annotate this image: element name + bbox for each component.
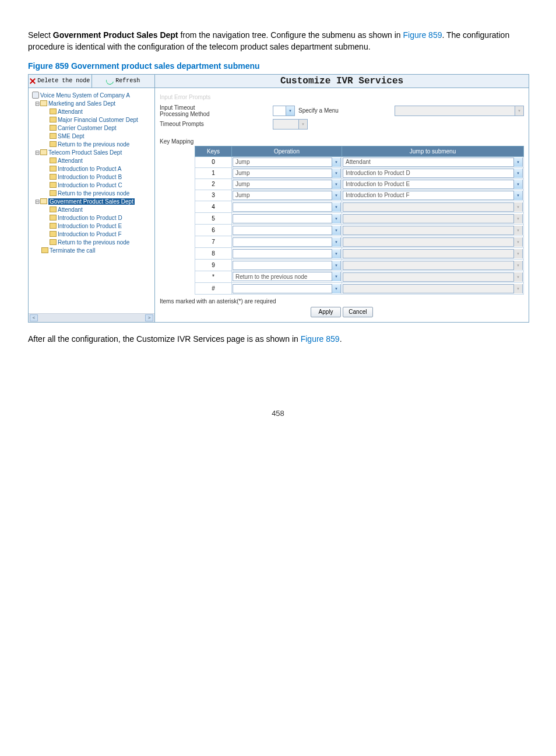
tree-node[interactable]: Attendant — [32, 108, 153, 116]
timeout-prompts-select[interactable]: ▼ — [273, 119, 308, 130]
folder-icon — [50, 182, 57, 188]
tree-node[interactable]: Introduction to Product C — [32, 181, 153, 190]
operation-cell: ▼ — [232, 212, 342, 224]
key-cell: 1 — [195, 167, 232, 178]
intro-figure-link[interactable]: Figure 859 — [403, 30, 442, 40]
apply-button[interactable]: Apply — [311, 307, 341, 317]
chevron-down-icon: ▼ — [513, 237, 522, 247]
toolbar-left: Delete the node Refresh — [29, 75, 155, 88]
operation-cell: Jump▼ — [232, 167, 342, 178]
cancel-button[interactable]: Cancel — [343, 307, 373, 317]
chevron-down-icon: ▼ — [513, 272, 522, 282]
tree-node[interactable]: Introduction to Product D — [32, 214, 153, 222]
operation-select[interactable]: Jump▼ — [233, 169, 341, 178]
folder-open-icon — [40, 198, 47, 204]
chevron-down-icon: ▼ — [513, 284, 522, 293]
jump-cell: Introduction to Product D▼ — [342, 167, 524, 178]
nav-tree[interactable]: Voice Menu System of Company A ⊟Marketin… — [29, 88, 154, 313]
jump-select: ▼ — [343, 214, 523, 223]
tree-node-marketing[interactable]: ⊟Marketing and Sales Dept — [32, 100, 153, 108]
outro-paragraph: After all the configuration, the Customi… — [28, 333, 528, 345]
collapse-icon[interactable]: ⊟ — [34, 198, 40, 206]
operation-select[interactable]: ▼ — [233, 249, 341, 258]
operation-select[interactable]: Jump▼ — [233, 180, 341, 189]
operation-cell: ▼ — [232, 282, 342, 294]
submenu-form: Input Error Prompts Input Timeout Proces… — [155, 88, 529, 322]
operation-select[interactable]: ▼ — [233, 284, 341, 293]
operation-select[interactable]: ▼ — [233, 261, 341, 270]
tree-node[interactable]: Introduction to Product B — [32, 173, 153, 181]
folder-open-icon — [40, 149, 47, 155]
jump-cell: ▼ — [342, 201, 524, 212]
operation-cell: Jump▼ — [232, 156, 342, 167]
scroll-right-icon[interactable]: > — [145, 314, 153, 321]
timeout-method-side-label: Specify a Menu — [298, 108, 339, 114]
timeout-menu-select[interactable]: ▼ — [395, 106, 524, 116]
chevron-down-icon: ▼ — [332, 284, 340, 293]
operation-cell: ▼ — [232, 259, 342, 271]
tree-node[interactable]: Return to the previous node — [32, 239, 153, 247]
chevron-down-icon: ▼ — [513, 261, 522, 270]
folder-icon — [50, 133, 57, 139]
tree-node[interactable]: Major Financial Customer Dept — [32, 116, 153, 124]
key-cell: 7 — [195, 236, 232, 247]
scroll-left-icon[interactable]: < — [30, 314, 38, 321]
collapse-icon[interactable]: ⊟ — [34, 149, 40, 157]
folder-icon — [41, 247, 48, 253]
operation-select[interactable]: Jump▼ — [233, 158, 341, 167]
tree-node-terminate[interactable]: Terminate the call — [32, 247, 153, 255]
tree-node[interactable]: Introduction to Product F — [32, 230, 153, 239]
tree-node[interactable]: Carrier Customer Dept — [32, 124, 153, 132]
key-mapping-table: Keys Operation Jump to submenu 0Jump▼Att… — [195, 146, 524, 295]
chevron-down-icon: ▼ — [515, 106, 523, 116]
col-jump: Jump to submenu — [342, 146, 524, 156]
chevron-down-icon: ▼ — [513, 191, 522, 200]
operation-select[interactable]: ▼ — [233, 214, 341, 223]
timeout-method-select[interactable]: ▼ — [273, 106, 295, 116]
tree-node-government[interactable]: ⊟Government Product Sales Dept — [32, 198, 153, 206]
jump-select: ▼ — [343, 284, 523, 293]
delete-node-button[interactable]: Delete the node — [29, 75, 92, 88]
collapse-icon[interactable]: ⊟ — [34, 100, 40, 108]
operation-select[interactable]: ▼ — [233, 237, 341, 247]
table-row: 9▼▼ — [195, 259, 524, 271]
jump-select[interactable]: Attendant▼ — [343, 158, 523, 167]
chevron-down-icon: ▼ — [332, 272, 340, 281]
tree-node[interactable]: Introduction to Product A — [32, 165, 153, 173]
jump-select: ▼ — [343, 202, 523, 212]
input-error-prompts-label: Input Error Prompts — [160, 94, 228, 100]
tree-root[interactable]: Voice Menu System of Company A — [32, 92, 153, 100]
timeout-prompts-label: Timeout Prompts — [160, 121, 228, 127]
tree-node[interactable]: Attendant — [32, 206, 153, 214]
tree-node[interactable]: Return to the previous node — [32, 141, 153, 149]
table-row: 0Jump▼Attendant▼ — [195, 156, 524, 167]
operation-cell: ▼ — [232, 201, 342, 212]
jump-select[interactable]: Introduction to Product E▼ — [343, 180, 523, 189]
tree-node[interactable]: Return to the previous node — [32, 190, 153, 198]
ivr-app-frame: Delete the node Refresh Customize IVR Se… — [28, 74, 529, 323]
table-row: 7▼▼ — [195, 236, 524, 247]
tree-node[interactable]: Attendant — [32, 157, 153, 165]
operation-select[interactable]: ▼ — [233, 226, 341, 235]
chevron-down-icon: ▼ — [286, 106, 294, 116]
chevron-down-icon: ▼ — [513, 158, 522, 167]
jump-select[interactable]: Introduction to Product F▼ — [343, 191, 523, 200]
jump-cell: Attendant▼ — [342, 156, 524, 167]
tree-node[interactable]: SME Dept — [32, 132, 153, 141]
refresh-button[interactable]: Refresh — [92, 75, 155, 88]
operation-select[interactable]: ▼ — [233, 202, 341, 212]
tree-node-telecom[interactable]: ⊟Telecom Product Sales Dept — [32, 149, 153, 157]
table-row: 1Jump▼Introduction to Product D▼ — [195, 167, 524, 178]
outro-figure-link[interactable]: Figure 859 — [301, 334, 340, 344]
table-row: 6▼▼ — [195, 224, 524, 236]
table-row: #▼▼ — [195, 282, 524, 294]
outro-pre: After all the configuration, the Customi… — [28, 334, 301, 344]
operation-select[interactable]: Jump▼ — [233, 191, 341, 200]
jump-select[interactable]: Introduction to Product D▼ — [343, 169, 523, 178]
chevron-down-icon: ▼ — [332, 261, 340, 270]
tree-scrollbar[interactable]: < > — [29, 313, 154, 322]
tree-node[interactable]: Introduction to Product E — [32, 222, 153, 230]
chevron-down-icon: ▼ — [513, 226, 522, 235]
operation-select[interactable]: Return to the previous node▼ — [233, 272, 341, 281]
jump-cell: ▼ — [342, 236, 524, 247]
